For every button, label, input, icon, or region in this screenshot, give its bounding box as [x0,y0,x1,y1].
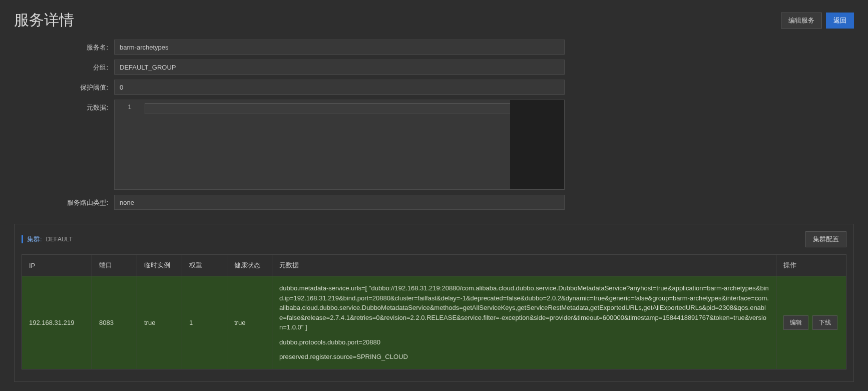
route-type-input[interactable] [114,195,565,210]
edit-instance-button[interactable]: 编辑 [783,315,808,330]
metadata-editor[interactable]: 1 [114,100,565,190]
cluster-label: 集群: [27,235,42,244]
metadata-line: dubbo.metadata-service.urls=[ "dubbo://1… [279,283,769,332]
col-ephemeral: 临时实例 [137,255,182,276]
cluster-config-button[interactable]: 集群配置 [805,231,846,247]
col-health: 健康状态 [227,255,272,276]
service-form: 服务名: 分组: 保护阈值: 元数据: 1 服务路由类型: [0,40,868,219]
route-type-label: 服务路由类型: [14,195,114,207]
cluster-name: DEFAULT [46,236,73,243]
service-name-input[interactable] [114,40,565,55]
offline-instance-button[interactable]: 下线 [812,315,837,330]
service-name-label: 服务名: [14,40,114,52]
threshold-label: 保护阈值: [14,80,114,92]
metadata-line: dubbo.protocols.dubbo.port=20880 [279,337,769,347]
threshold-input[interactable] [114,80,565,95]
cell-ip: 192.168.31.219 [22,276,92,369]
metadata-textarea[interactable] [145,103,561,114]
group-label: 分组: [14,60,114,72]
cell-action: 编辑 下线 [776,276,846,369]
cell-weight: 1 [182,276,227,369]
edit-service-button[interactable]: 编辑服务 [781,13,822,29]
metadata-line-number: 1 [115,100,145,189]
col-weight: 权重 [182,255,227,276]
metadata-minimap [510,100,564,189]
instance-table: IP 端口 临时实例 权重 健康状态 元数据 操作 192.168.31.219… [22,254,846,369]
cell-metadata: dubbo.metadata-service.urls=[ "dubbo://1… [272,276,776,369]
table-row: 192.168.31.219 8083 true 1 true dubbo.me… [22,276,846,369]
cluster-panel: 集群: DEFAULT 集群配置 IP 端口 临时实例 权重 健康状态 元数据 … [14,224,854,382]
page-title: 服务详情 [14,10,74,31]
back-button[interactable]: 返回 [826,13,854,29]
cluster-accent-bar [22,235,23,243]
col-metadata: 元数据 [272,255,776,276]
metadata-line: preserved.register.source=SPRING_CLOUD [279,352,769,362]
metadata-label: 元数据: [14,100,114,112]
col-ip: IP [22,255,92,276]
col-port: 端口 [92,255,137,276]
cell-health: true [227,276,272,369]
header-actions: 编辑服务 返回 [781,13,854,29]
group-input[interactable] [114,60,565,75]
cluster-title: 集群: DEFAULT [22,235,73,244]
col-action: 操作 [776,255,846,276]
cell-ephemeral: true [137,276,182,369]
cell-port: 8083 [92,276,137,369]
